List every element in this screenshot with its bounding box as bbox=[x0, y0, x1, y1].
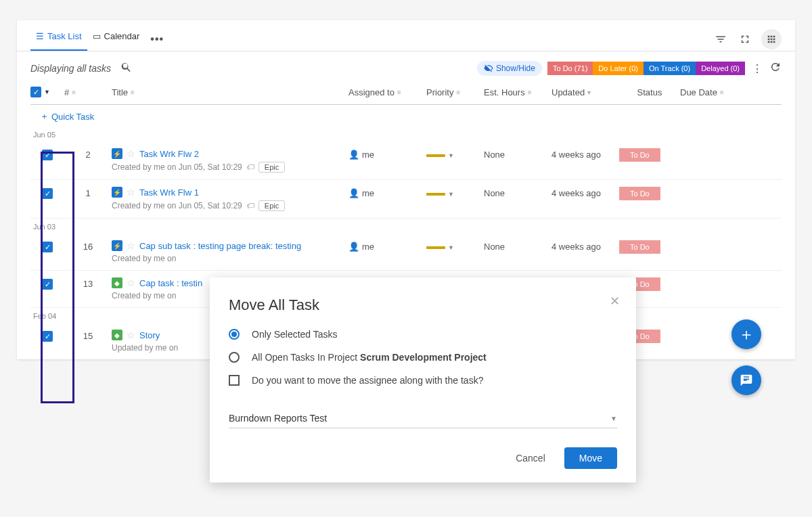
task-row[interactable]: ✓ 16 ⚡ ☆ Cap sub task : testing page bre… bbox=[30, 233, 782, 271]
more-tabs-icon[interactable]: ••• bbox=[150, 33, 164, 45]
task-title-link[interactable]: Cap task : testin bbox=[139, 278, 202, 288]
row-checkbox[interactable]: ✓ bbox=[42, 188, 53, 199]
col-priority[interactable]: Priority≡ bbox=[426, 87, 484, 97]
tag-chip[interactable]: Epic bbox=[258, 200, 285, 211]
radio-only-selected[interactable] bbox=[229, 329, 240, 340]
more-options-icon[interactable]: ⋮ bbox=[750, 62, 764, 75]
row-checkbox[interactable]: ✓ bbox=[42, 150, 53, 160]
expand-icon[interactable] bbox=[737, 31, 753, 47]
option-label: All Open Tasks In Project Scrum Developm… bbox=[252, 352, 487, 363]
row-checkbox[interactable]: ✓ bbox=[42, 331, 53, 342]
priority-selector[interactable]: ▼ bbox=[426, 187, 484, 198]
assigned-to: me bbox=[362, 188, 374, 198]
apps-icon[interactable] bbox=[761, 29, 782, 49]
person-icon: 👤 bbox=[348, 188, 359, 198]
search-icon[interactable] bbox=[120, 61, 133, 76]
task-meta: Updated by me on bbox=[112, 343, 178, 353]
task-type-icon: ⚡ bbox=[112, 148, 122, 159]
calendar-icon: ▭ bbox=[93, 31, 101, 41]
filter-icon[interactable] bbox=[713, 31, 729, 47]
task-type-icon: ◆ bbox=[112, 277, 122, 288]
tab-label: Task List bbox=[47, 31, 82, 41]
col-updated[interactable]: Updated▾ bbox=[551, 87, 619, 97]
task-type-icon: ⚡ bbox=[112, 187, 122, 198]
add-fab[interactable]: ＋ bbox=[731, 319, 761, 349]
option-label: Only Selected Tasks bbox=[252, 329, 338, 340]
est-hours: None bbox=[484, 240, 551, 252]
row-checkbox[interactable]: ✓ bbox=[42, 279, 53, 290]
star-icon[interactable]: ☆ bbox=[127, 187, 135, 198]
task-title-link[interactable]: Task Wrk Flw 1 bbox=[139, 187, 199, 198]
eye-off-icon bbox=[484, 64, 493, 73]
filter-bar: Displaying all tasks Show/Hide To Do (71… bbox=[30, 61, 782, 76]
status-badges: To Do (71) Do Later (0) On Track (0) Del… bbox=[547, 62, 745, 75]
badge-dolater[interactable]: Do Later (0) bbox=[593, 62, 644, 75]
close-icon[interactable]: ✕ bbox=[610, 294, 620, 309]
list-icon: ☰ bbox=[36, 31, 44, 41]
star-icon[interactable]: ☆ bbox=[127, 148, 135, 159]
task-row[interactable]: ✓ 2 ⚡ ☆ Task Wrk Flw 2 Created by me on … bbox=[30, 141, 782, 180]
chevron-down-icon: ▼ bbox=[448, 244, 454, 251]
refresh-icon[interactable] bbox=[769, 61, 782, 76]
updated-time: 4 weeks ago bbox=[551, 240, 619, 252]
assigned-to: me bbox=[362, 242, 374, 252]
star-icon[interactable]: ☆ bbox=[127, 330, 135, 340]
updated-time: 4 weeks ago bbox=[551, 187, 619, 198]
task-row[interactable]: ✓ 1 ⚡ ☆ Task Wrk Flw 1 Created by me on … bbox=[30, 180, 782, 219]
show-hide-label: Show/Hide bbox=[496, 64, 535, 73]
person-icon: 👤 bbox=[348, 242, 359, 252]
col-status[interactable]: Status bbox=[619, 87, 680, 97]
task-number: 1 bbox=[64, 187, 112, 198]
tag-icon: 🏷 bbox=[246, 201, 254, 210]
tab-task-list[interactable]: ☰ Task List bbox=[30, 27, 87, 51]
col-assigned[interactable]: Assigned to≡ bbox=[348, 87, 426, 97]
priority-selector[interactable]: ▼ bbox=[426, 148, 484, 159]
chevron-down-icon: ▼ bbox=[610, 415, 617, 422]
tab-label: Calendar bbox=[104, 31, 140, 41]
status-chip[interactable]: To Do bbox=[619, 148, 660, 162]
table-header: ✓ ▼ #≡ Title≡ Assigned to≡ Priority≡ Est… bbox=[30, 81, 782, 105]
star-icon[interactable]: ☆ bbox=[127, 277, 135, 288]
row-checkbox[interactable]: ✓ bbox=[42, 242, 53, 252]
badge-todo[interactable]: To Do (71) bbox=[547, 62, 593, 75]
task-title-link[interactable]: Cap sub task : testing page break: testi… bbox=[139, 241, 301, 251]
col-number[interactable]: #≡ bbox=[64, 87, 112, 97]
chevron-down-icon: ▼ bbox=[448, 152, 454, 159]
badge-ontrack[interactable]: On Track (0) bbox=[644, 62, 696, 75]
cancel-button[interactable]: Cancel bbox=[509, 447, 552, 469]
select-all-checkbox[interactable]: ✓ bbox=[30, 87, 41, 97]
col-title[interactable]: Title≡ bbox=[112, 87, 348, 97]
tag-icon: 🏷 bbox=[246, 162, 254, 172]
star-icon[interactable]: ☆ bbox=[127, 240, 135, 251]
plus-icon: ＋ bbox=[40, 110, 49, 122]
task-meta: Created by me on Jun 05, Sat 10:29 bbox=[112, 201, 242, 210]
task-meta: Created by me on bbox=[112, 291, 176, 300]
est-hours: None bbox=[484, 148, 551, 160]
chat-fab[interactable] bbox=[731, 365, 761, 395]
status-chip[interactable]: To Do bbox=[619, 187, 660, 200]
chevron-down-icon[interactable]: ▼ bbox=[44, 89, 50, 95]
radio-all-open[interactable] bbox=[229, 352, 240, 363]
col-hours[interactable]: Est. Hours≡ bbox=[484, 87, 551, 97]
tab-calendar[interactable]: ▭ Calendar bbox=[87, 27, 145, 51]
select-value: Burndown Reports Test bbox=[229, 413, 327, 424]
tag-chip[interactable]: Epic bbox=[258, 162, 285, 173]
badge-delayed[interactable]: Delayed (0) bbox=[696, 62, 745, 75]
chevron-down-icon: ▼ bbox=[448, 191, 454, 198]
project-select[interactable]: Burndown Reports Test ▼ bbox=[229, 409, 617, 428]
status-chip[interactable]: To Do bbox=[619, 240, 660, 254]
task-number: 2 bbox=[64, 148, 112, 160]
updated-time: 4 weeks ago bbox=[551, 148, 619, 160]
task-type-icon: ⚡ bbox=[112, 240, 122, 251]
move-button[interactable]: Move bbox=[564, 447, 617, 469]
col-due[interactable]: Due Date≡ bbox=[680, 87, 748, 97]
top-tab-bar: ☰ Task List ▭ Calendar ••• bbox=[17, 20, 795, 51]
task-meta: Created by me on Jun 05, Sat 10:29 bbox=[112, 162, 242, 172]
checkbox-move-assignee[interactable] bbox=[229, 375, 240, 386]
quick-task-button[interactable]: ＋ Quick Task bbox=[30, 105, 782, 127]
task-title-link[interactable]: Story bbox=[139, 330, 160, 340]
priority-selector[interactable]: ▼ bbox=[426, 240, 484, 251]
show-hide-button[interactable]: Show/Hide bbox=[477, 61, 542, 76]
task-title-link[interactable]: Task Wrk Flw 2 bbox=[139, 149, 199, 159]
chat-icon bbox=[740, 374, 753, 387]
